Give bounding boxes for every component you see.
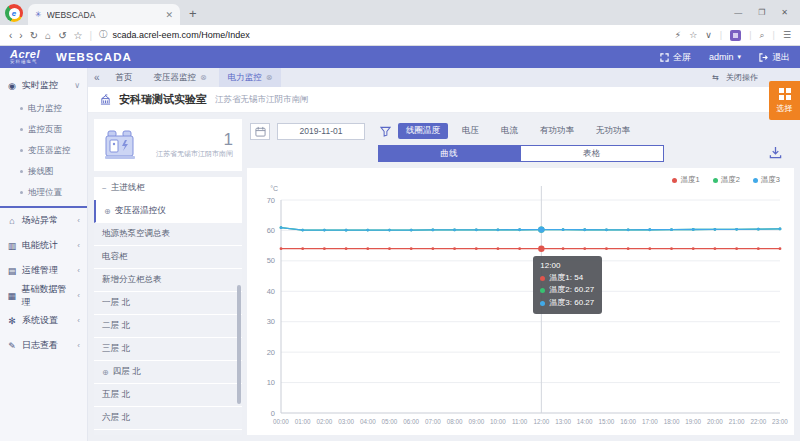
tree-item[interactable]: ⊕四层 北 bbox=[94, 361, 242, 384]
logout-button[interactable]: 退出 bbox=[759, 51, 790, 64]
tab-close-icon[interactable]: ✕ bbox=[165, 10, 173, 20]
history-icon[interactable]: ↺ bbox=[58, 30, 66, 41]
station-card[interactable]: 1 江苏省无锡市江阴市南闸 bbox=[94, 119, 242, 171]
browser-tab[interactable]: ✳ WEBSCADA ✕ bbox=[28, 4, 180, 25]
param-button[interactable]: 无功功率 bbox=[588, 123, 638, 139]
view-toggle-button[interactable]: 曲线 bbox=[378, 145, 521, 162]
close-operations-button[interactable]: 关闭操作 bbox=[726, 72, 758, 83]
forward-icon[interactable]: › bbox=[19, 30, 22, 41]
sidebar-subitem[interactable]: 地理位置 bbox=[0, 182, 87, 203]
sidebar-subitem-label: 变压器监控 bbox=[28, 145, 71, 157]
tree-group[interactable]: −主进线柜 bbox=[94, 177, 242, 200]
tree-item[interactable]: 地源热泵空调总表 bbox=[94, 223, 242, 246]
search-icon[interactable]: ⌕ bbox=[760, 30, 765, 41]
browser-tabstrip: e ✳ WEBSCADA ✕ + — ❐ ✕ bbox=[0, 0, 800, 25]
main-sidebar: ◉实时监控∨电力监控监控页面变压器监控接线图地理位置⌂场站异常‹▥电能统计‹▤运… bbox=[0, 68, 88, 441]
menu-icon[interactable]: ☰ bbox=[783, 30, 791, 40]
chevron-down-icon: ▾ bbox=[737, 53, 741, 61]
view-toggle-button[interactable]: 表格 bbox=[521, 145, 664, 162]
tree-item[interactable]: 新增分立柜总表 bbox=[94, 269, 242, 292]
doc-tab[interactable]: 变压器监控⊗ bbox=[145, 68, 216, 87]
line-chart[interactable]: 010203040506070°C00:0001:0002:0003:0004:… bbox=[247, 168, 794, 435]
tree-item[interactable]: 六层 北 bbox=[94, 407, 242, 430]
param-button[interactable]: 有功功率 bbox=[532, 123, 582, 139]
tree-item[interactable]: 五层 北 bbox=[94, 384, 242, 407]
chevron-left-icon: ‹ bbox=[77, 266, 80, 275]
tab-favicon: ✳ bbox=[35, 10, 42, 19]
divider: | bbox=[720, 30, 722, 40]
collapse-tabs-icon[interactable]: « bbox=[94, 72, 100, 83]
param-button[interactable]: 线圈温度 bbox=[398, 123, 448, 139]
sidebar-item[interactable]: ⌂场站异常‹ bbox=[0, 208, 87, 233]
param-button[interactable]: 电压 bbox=[454, 123, 487, 139]
svg-text:06:00: 06:00 bbox=[403, 418, 419, 425]
svg-text:08:00: 08:00 bbox=[447, 418, 463, 425]
doc-tab-label: 电力监控 bbox=[228, 72, 262, 84]
new-tab-button[interactable]: + bbox=[189, 7, 197, 20]
sidebar-item[interactable]: ◉实时监控∨ bbox=[0, 73, 87, 98]
window-minimize-button[interactable]: — bbox=[734, 8, 742, 17]
sidebar-item-label: 实时监控 bbox=[22, 79, 58, 92]
browser-logo-icon: e bbox=[5, 4, 23, 22]
tree-item[interactable]: ⊕变压器温控仪 bbox=[94, 200, 242, 223]
tree-item[interactable]: 二层 北 bbox=[94, 315, 242, 338]
flash-icon[interactable]: ⚡ bbox=[675, 30, 681, 40]
home-icon[interactable]: ⌂ bbox=[45, 30, 51, 41]
doc-tab[interactable]: 电力监控⊗ bbox=[219, 68, 282, 87]
download-icon bbox=[769, 146, 782, 159]
sidebar-subitem[interactable]: 变压器监控 bbox=[0, 140, 87, 161]
legend-item[interactable]: 温度1 bbox=[672, 175, 699, 185]
fullscreen-button[interactable]: 全屏 bbox=[660, 51, 691, 64]
param-button[interactable]: 电流 bbox=[493, 123, 526, 139]
star-icon[interactable]: ☆ bbox=[689, 30, 697, 40]
legend-item[interactable]: 温度3 bbox=[753, 175, 780, 185]
svg-text:15:00: 15:00 bbox=[599, 418, 615, 425]
bullet-icon bbox=[20, 170, 23, 173]
bookmark-star-icon[interactable]: ☆ bbox=[74, 30, 83, 41]
sidebar-item[interactable]: ✎日志查看‹ bbox=[0, 333, 87, 358]
sidebar-subitem-label: 接线图 bbox=[28, 166, 54, 178]
legend-item[interactable]: 温度2 bbox=[713, 175, 740, 185]
sidebar-item[interactable]: ✻系统设置‹ bbox=[0, 308, 87, 333]
tree-item[interactable]: 电容柜 bbox=[94, 246, 242, 269]
sidebar-item[interactable]: ▥电能统计‹ bbox=[0, 233, 87, 258]
tree-scrollbar[interactable] bbox=[237, 285, 241, 404]
chevron-down-icon[interactable]: ∨ bbox=[705, 30, 712, 40]
tree-item-label: 三层 北 bbox=[102, 343, 130, 355]
doc-tab-label: 首页 bbox=[116, 72, 133, 84]
sidebar-item-label: 电能统计 bbox=[22, 239, 58, 252]
back-icon[interactable]: ‹ bbox=[9, 30, 12, 41]
sidebar-item[interactable]: ▤运维管理‹ bbox=[0, 258, 87, 283]
close-tab-icon[interactable]: ⊗ bbox=[266, 73, 273, 82]
tree-item[interactable]: 三层 北 bbox=[94, 338, 242, 361]
calendar-button[interactable] bbox=[250, 123, 270, 140]
site-info-icon[interactable]: ⓘ bbox=[99, 29, 108, 41]
sidebar-subitem[interactable]: 监控页面 bbox=[0, 119, 87, 140]
sidebar-item[interactable]: ▦基础数据管理‹ bbox=[0, 283, 87, 308]
user-menu[interactable]: admin ▾ bbox=[709, 52, 741, 62]
download-button[interactable] bbox=[769, 146, 782, 161]
svg-text:50: 50 bbox=[267, 256, 275, 265]
acrel-logo: Acrel 安科瑞电气 bbox=[10, 49, 40, 65]
sidebar-subitem[interactable]: 接线图 bbox=[0, 161, 87, 182]
select-station-button[interactable]: 选择 bbox=[769, 81, 800, 120]
sidebar-subitem-label: 电力监控 bbox=[28, 103, 62, 115]
window-maximize-button[interactable]: ❐ bbox=[758, 8, 765, 17]
tab-scroll-icon[interactable]: ⇆ bbox=[712, 73, 719, 82]
tree-item-label: 四层 北 bbox=[113, 366, 141, 378]
doc-tab[interactable]: 首页 bbox=[107, 68, 142, 87]
tree-item[interactable]: 一层 南 bbox=[94, 430, 242, 435]
date-input[interactable]: 2019-11-01 bbox=[277, 123, 365, 140]
legend-label: 温度2 bbox=[721, 175, 740, 185]
extension-icon[interactable] bbox=[730, 30, 741, 41]
sidebar-subitem[interactable]: 电力监控 bbox=[0, 98, 87, 119]
tree-item[interactable]: 一层 北 bbox=[94, 292, 242, 315]
legend-dot-icon bbox=[672, 178, 677, 183]
reload-icon[interactable]: ↻ bbox=[30, 30, 38, 41]
svg-text:19:00: 19:00 bbox=[685, 418, 701, 425]
svg-text:05:00: 05:00 bbox=[382, 418, 398, 425]
url-bar[interactable]: ⓘ scada.acrel-eem.com/Home/Index bbox=[99, 29, 668, 41]
close-tab-icon[interactable]: ⊗ bbox=[200, 73, 207, 82]
window-close-button[interactable]: ✕ bbox=[781, 8, 788, 17]
filter-funnel-icon bbox=[380, 126, 391, 137]
